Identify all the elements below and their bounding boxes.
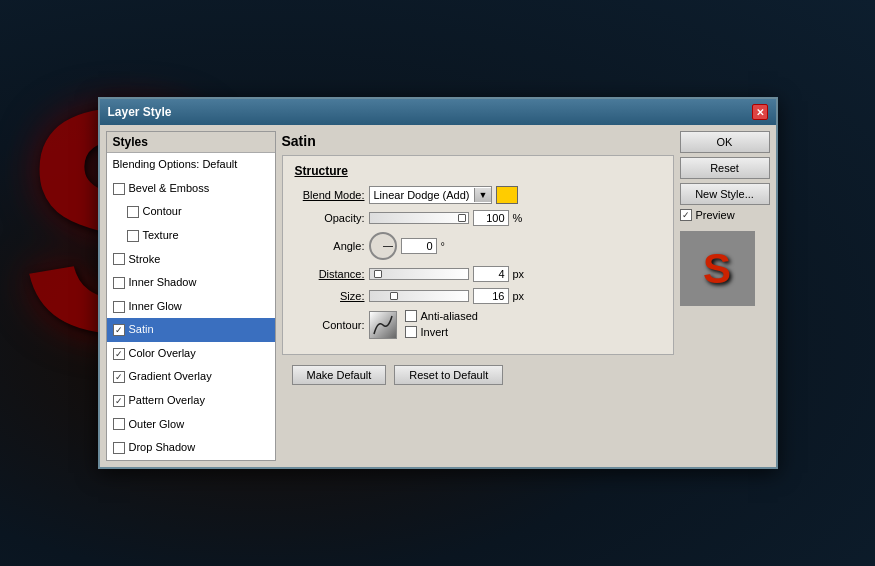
dialog-body: Styles Blending Options: DefaultBevel & …: [100, 125, 776, 467]
make-default-button[interactable]: Make Default: [292, 365, 387, 385]
contour-label: Contour:: [295, 319, 365, 331]
blend-mode-wrapper: Linear Dodge (Add) ▼: [369, 186, 519, 204]
preview-checkbox[interactable]: [680, 209, 692, 221]
layer-item-label-stroke: Stroke: [129, 251, 161, 269]
checkbox-gradient-overlay[interactable]: [113, 371, 125, 383]
layer-item-pattern-overlay[interactable]: Pattern Overlay: [107, 389, 275, 413]
reset-button[interactable]: Reset: [680, 157, 770, 179]
layer-item-label-texture: Texture: [143, 227, 179, 245]
size-slider-container: px: [369, 288, 525, 304]
angle-unit: °: [441, 240, 445, 252]
invert-checkbox[interactable]: [405, 326, 417, 338]
layer-list-panel: Styles Blending Options: DefaultBevel & …: [106, 131, 276, 461]
angle-row: Angle: °: [295, 232, 661, 260]
layer-item-label-inner-glow: Inner Glow: [129, 298, 182, 316]
anti-aliased-checkbox[interactable]: [405, 310, 417, 322]
layer-item-label-blending-options: Blending Options: Default: [113, 156, 238, 174]
blend-mode-select-wrapper[interactable]: Linear Dodge (Add) ▼: [369, 186, 493, 204]
distance-unit: px: [513, 268, 525, 280]
opacity-label: Opacity:: [295, 212, 365, 224]
contour-checkboxes: Anti-aliased Invert: [405, 310, 478, 340]
checkbox-inner-glow[interactable]: [113, 301, 125, 313]
preview-letter: S: [703, 245, 731, 293]
opacity-row: Opacity: %: [295, 210, 661, 226]
contour-preview[interactable]: [369, 311, 397, 339]
blend-mode-row: Blend Mode: Linear Dodge (Add) ▼: [295, 186, 661, 204]
size-unit: px: [513, 290, 525, 302]
distance-label: Distance:: [295, 268, 365, 280]
contour-row: Contour:: [295, 310, 661, 340]
blend-mode-label: Blend Mode:: [295, 189, 365, 201]
color-swatch[interactable]: [496, 186, 518, 204]
opacity-slider-thumb: [458, 214, 466, 222]
ok-button[interactable]: OK: [680, 131, 770, 153]
angle-indicator: [383, 246, 393, 247]
opacity-input[interactable]: [473, 210, 509, 226]
layer-item-label-satin: Satin: [129, 321, 154, 339]
distance-row: Distance: px: [295, 266, 661, 282]
invert-label: Invert: [421, 326, 449, 338]
checkbox-contour[interactable]: [127, 206, 139, 218]
new-style-button[interactable]: New Style...: [680, 183, 770, 205]
layer-item-contour[interactable]: Contour: [107, 200, 275, 224]
center-panel: Satin Structure Blend Mode: Linear Dodge…: [282, 131, 674, 461]
layer-item-inner-glow[interactable]: Inner Glow: [107, 295, 275, 319]
close-button[interactable]: ✕: [752, 104, 768, 120]
checkbox-satin[interactable]: [113, 324, 125, 336]
checkbox-texture[interactable]: [127, 230, 139, 242]
title-bar: Layer Style ✕: [100, 99, 776, 125]
preview-box: S: [680, 231, 755, 306]
anti-aliased-row: Anti-aliased: [405, 310, 478, 322]
layer-list-header: Styles: [107, 132, 275, 153]
checkbox-pattern-overlay[interactable]: [113, 395, 125, 407]
contour-controls: Anti-aliased Invert: [369, 310, 478, 340]
structure-section: Structure Blend Mode: Linear Dodge (Add)…: [282, 155, 674, 355]
size-slider-thumb: [390, 292, 398, 300]
layer-item-label-pattern-overlay: Pattern Overlay: [129, 392, 205, 410]
angle-label: Angle:: [295, 240, 365, 252]
layer-item-outer-glow[interactable]: Outer Glow: [107, 413, 275, 437]
blend-mode-value: Linear Dodge (Add): [370, 187, 474, 203]
layer-item-label-outer-glow: Outer Glow: [129, 416, 185, 434]
checkbox-inner-shadow[interactable]: [113, 277, 125, 289]
layer-items-container: Blending Options: DefaultBevel & EmbossC…: [107, 153, 275, 460]
layer-item-label-inner-shadow: Inner Shadow: [129, 274, 197, 292]
angle-dial[interactable]: [369, 232, 397, 260]
opacity-slider[interactable]: [369, 212, 469, 224]
layer-style-dialog: Layer Style ✕ Styles Blending Options: D…: [98, 97, 778, 469]
layer-item-color-overlay[interactable]: Color Overlay: [107, 342, 275, 366]
reset-default-button[interactable]: Reset to Default: [394, 365, 503, 385]
invert-row: Invert: [405, 326, 478, 338]
angle-container: °: [369, 232, 445, 260]
size-slider[interactable]: [369, 290, 469, 302]
checkbox-bevel-emboss[interactable]: [113, 183, 125, 195]
distance-slider[interactable]: [369, 268, 469, 280]
right-panel: OK Reset New Style... Preview S: [680, 131, 770, 461]
layer-item-drop-shadow[interactable]: Drop Shadow: [107, 436, 275, 460]
distance-input[interactable]: [473, 266, 509, 282]
layer-item-inner-shadow[interactable]: Inner Shadow: [107, 271, 275, 295]
layer-item-satin[interactable]: Satin: [107, 318, 275, 342]
section-title: Structure: [295, 164, 661, 178]
checkbox-stroke[interactable]: [113, 253, 125, 265]
layer-item-blending-options[interactable]: Blending Options: Default: [107, 153, 275, 177]
checkbox-color-overlay[interactable]: [113, 348, 125, 360]
size-row: Size: px: [295, 288, 661, 304]
layer-item-gradient-overlay[interactable]: Gradient Overlay: [107, 365, 275, 389]
layer-item-stroke[interactable]: Stroke: [107, 248, 275, 272]
checkbox-drop-shadow[interactable]: [113, 442, 125, 454]
distance-slider-thumb: [374, 270, 382, 278]
preview-label: Preview: [696, 209, 735, 221]
dialog-title: Layer Style: [108, 105, 172, 119]
bottom-buttons: Make Default Reset to Default: [282, 365, 674, 385]
layer-item-bevel-emboss[interactable]: Bevel & Emboss: [107, 177, 275, 201]
size-input[interactable]: [473, 288, 509, 304]
checkbox-outer-glow[interactable]: [113, 418, 125, 430]
layer-item-label-bevel-emboss: Bevel & Emboss: [129, 180, 210, 198]
opacity-unit: %: [513, 212, 523, 224]
distance-slider-container: px: [369, 266, 525, 282]
angle-input[interactable]: [401, 238, 437, 254]
blend-mode-arrow[interactable]: ▼: [474, 188, 492, 202]
layer-item-label-drop-shadow: Drop Shadow: [129, 439, 196, 457]
layer-item-texture[interactable]: Texture: [107, 224, 275, 248]
